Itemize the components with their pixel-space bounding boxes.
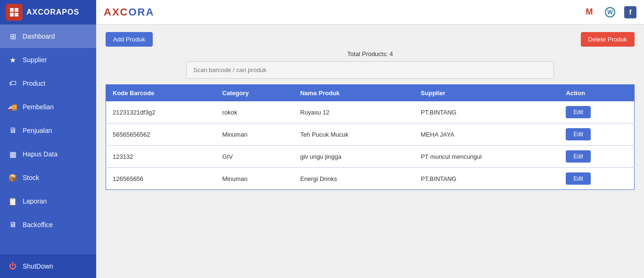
sidebar-item-backoffice[interactable]: 🖥 Backoffice — [0, 213, 96, 237]
table-body: 21231321df3g2 rokok Ruyasu 12 PT.BINTANG… — [106, 101, 635, 190]
cell-action-0: Edit — [559, 101, 634, 123]
cell-nama-3: Energi Drinks — [294, 168, 414, 190]
topbar: AXCORA M W f — [96, 0, 644, 25]
sidebar-item-shutdown[interactable]: ⏻ ShutDown — [0, 254, 96, 278]
cell-action-3: Edit — [559, 168, 634, 190]
edit-button-1[interactable]: Edit — [566, 128, 591, 140]
wordpress-icon[interactable]: W — [603, 6, 617, 19]
sidebar-label-hapus: Hapus Data — [23, 150, 58, 158]
svg-rect-1 — [15, 8, 18, 12]
sidebar-label-penjualan: Penjualan — [23, 127, 52, 134]
laporan-icon: 📋 — [8, 196, 18, 206]
pembelian-icon: 🚚 — [8, 102, 18, 112]
svg-text:W: W — [607, 9, 613, 16]
edit-button-3[interactable]: Edit — [566, 172, 591, 185]
sidebar-item-product[interactable]: 🏷 Product — [0, 72, 96, 95]
shutdown-icon: ⏻ — [8, 261, 18, 271]
svg-rect-3 — [15, 13, 18, 16]
cell-action-1: Edit — [559, 123, 634, 146]
edit-button-2[interactable]: Edit — [566, 150, 591, 163]
cell-nama-2: giv ungu jingga — [294, 146, 414, 168]
search-input[interactable] — [186, 61, 554, 79]
cell-nama-0: Ruyasu 12 — [294, 101, 414, 123]
sidebar-label-backoffice: Backoffice — [23, 221, 53, 229]
table-row: 56565656562 Minuman Teh Pucuk Mucuk MEHA… — [106, 123, 635, 146]
col-header-nama: Nama Produk — [294, 85, 414, 102]
delete-produk-button[interactable]: Delete Produk — [581, 32, 635, 47]
sidebar-label-supplier: Supplier — [23, 56, 47, 64]
table-row: 126565656 Minuman Energi Drinks PT.BINTA… — [106, 168, 635, 190]
cell-category-1: Minuman — [215, 123, 293, 146]
search-bar — [186, 61, 554, 79]
col-header-barcode: Kode Barcode — [106, 85, 216, 102]
cell-category-0: rokok — [215, 101, 293, 123]
cell-category-2: GIV — [215, 146, 293, 168]
col-header-category: Category — [215, 85, 293, 102]
product-icon: 🏷 — [8, 78, 18, 89]
sidebar-label-dashboard: Dashboard — [23, 33, 55, 40]
cell-barcode-2: 123132 — [106, 146, 216, 168]
sidebar-item-stock[interactable]: 📦 Stock — [0, 166, 96, 189]
main-area: AXCORA M W f Add Produk Delete Produk To… — [96, 0, 644, 278]
cell-supplier-2: PT muncul mencungul — [414, 146, 560, 168]
sidebar-item-hapus-data[interactable]: ▦ Hapus Data — [0, 142, 96, 166]
sidebar-label-shutdown: ShutDown — [23, 262, 53, 270]
penjualan-icon: 🖥 — [8, 125, 18, 136]
table-header-row: Kode Barcode Category Nama Produk Suppli… — [106, 85, 635, 102]
sidebar-item-penjualan[interactable]: 🖥 Penjualan — [0, 119, 96, 142]
edit-button-0[interactable]: Edit — [566, 106, 591, 118]
dashboard-icon: ⊞ — [8, 31, 18, 41]
sidebar-logo-text: AXCORAPOS — [26, 8, 79, 16]
cell-barcode-3: 126565656 — [106, 168, 216, 190]
backoffice-icon: 🖥 — [8, 220, 18, 230]
sidebar-item-laporan[interactable]: 📋 Laporan — [0, 189, 96, 213]
topbar-brand: AXCORA — [104, 6, 154, 18]
sidebar: AXCORAPOS ⊞ Dashboard ★ Supplier 🏷 Produ… — [0, 0, 96, 278]
sidebar-logo-icon — [6, 4, 23, 21]
cell-supplier-0: PT.BINTANG — [414, 101, 560, 123]
col-header-action: Action — [559, 85, 634, 102]
table-row: 21231321df3g2 rokok Ruyasu 12 PT.BINTANG… — [106, 101, 635, 123]
cell-supplier-3: PT.BINTANG — [414, 168, 560, 190]
sidebar-item-pembelian[interactable]: 🚚 Pembelian — [0, 95, 96, 119]
sidebar-item-dashboard[interactable]: ⊞ Dashboard — [0, 25, 96, 48]
cell-action-2: Edit — [559, 146, 634, 168]
sidebar-label-product: Product — [23, 80, 45, 87]
sidebar-label-pembelian: Pembelian — [23, 103, 54, 111]
topbar-icons: M W f — [583, 6, 636, 19]
toolbar: Add Produk Delete Produk — [106, 32, 635, 47]
col-header-supplier: Supplier — [414, 85, 560, 102]
cell-category-3: Minuman — [215, 168, 293, 190]
cell-supplier-1: MEHA JAYA — [414, 123, 560, 146]
product-table: Kode Barcode Category Nama Produk Suppli… — [106, 84, 635, 190]
total-products-label: Total Products: 4 — [106, 50, 635, 57]
table-row: 123132 GIV giv ungu jingga PT muncul men… — [106, 146, 635, 168]
supplier-icon: ★ — [8, 55, 18, 65]
cell-nama-1: Teh Pucuk Mucuk — [294, 123, 414, 146]
svg-rect-2 — [10, 13, 14, 16]
stock-icon: 📦 — [8, 172, 18, 183]
sidebar-logo: AXCORAPOS — [0, 0, 96, 25]
sidebar-label-laporan: Laporan — [23, 197, 47, 205]
sidebar-label-stock: Stock — [23, 174, 39, 181]
add-produk-button[interactable]: Add Produk — [106, 32, 153, 47]
facebook-icon[interactable]: f — [624, 6, 636, 18]
gmail-icon[interactable]: M — [583, 6, 596, 19]
cell-barcode-0: 21231321df3g2 — [106, 101, 216, 123]
content-area: Add Produk Delete Produk Total Products:… — [96, 25, 644, 278]
svg-rect-0 — [10, 8, 14, 12]
hapus-icon: ▦ — [8, 149, 18, 159]
cell-barcode-1: 56565656562 — [106, 123, 216, 146]
sidebar-item-supplier[interactable]: ★ Supplier — [0, 48, 96, 72]
